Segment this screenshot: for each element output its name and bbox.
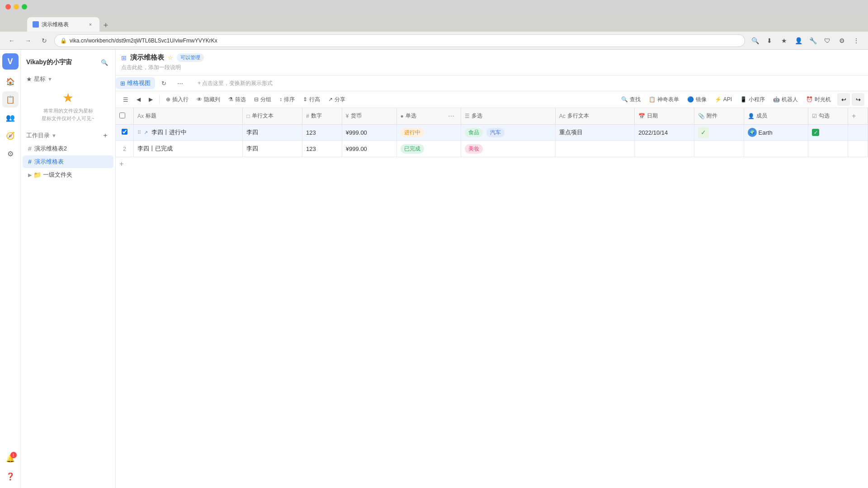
browser-profile-icon[interactable]: 👤: [792, 34, 805, 47]
row2-text-cell[interactable]: 李四: [243, 141, 302, 157]
th-num[interactable]: # 数字: [302, 108, 342, 124]
row1-currency-cell[interactable]: ¥999.00: [342, 124, 396, 141]
row2-single-cell[interactable]: 已完成: [396, 141, 461, 157]
select-all-checkbox[interactable]: [119, 113, 125, 118]
row2-multiselect-cell[interactable]: [808, 141, 848, 157]
hide-col-button[interactable]: 👁 隐藏列: [193, 94, 224, 105]
row1-multi-cell[interactable]: 食品 汽车: [461, 124, 555, 141]
row1-member-cell[interactable]: 🌍 Earth: [744, 124, 808, 141]
share-button[interactable]: ↗ 分享: [325, 94, 349, 105]
browser-extension3-icon[interactable]: ⚙: [835, 34, 848, 47]
th-title[interactable]: Ax 标题: [134, 108, 243, 124]
th-date[interactable]: 📅 日期: [635, 108, 694, 124]
sidebar-files-icon[interactable]: 📋: [2, 91, 19, 108]
workspace-search-button[interactable]: 🔍: [99, 57, 110, 68]
row1-multiselect-cell[interactable]: ✓: [808, 124, 848, 141]
address-bar[interactable]: 🔒 vika.cn/workbench/dst9m2qWTL6BLSvc1U/v…: [54, 34, 745, 47]
th-add-col[interactable]: +: [848, 108, 868, 124]
toolbar-icon-undo[interactable]: ↩: [837, 93, 850, 106]
toolbar-forward-button[interactable]: ▶: [145, 94, 156, 104]
browser-download-icon[interactable]: ⬇: [763, 34, 776, 47]
row1-text-cell[interactable]: 李四: [243, 124, 302, 141]
forward-button[interactable]: →: [22, 34, 34, 47]
group-button[interactable]: ⊟ 分组: [250, 94, 275, 105]
mirror-button[interactable]: 🔵 镜像: [684, 94, 710, 105]
row1-attach-cell[interactable]: ✓: [694, 124, 744, 141]
row2-currency-cell[interactable]: ¥999.00: [342, 141, 396, 157]
th-single[interactable]: ● 单选 ⋯: [396, 108, 461, 124]
new-tab-button[interactable]: +: [99, 19, 112, 32]
browser-tab-active[interactable]: 演示维格表 ×: [27, 17, 99, 32]
nav-item-folder[interactable]: ▶ 📁 一级文件夹: [23, 169, 113, 181]
browser-extension1-icon[interactable]: 🔧: [807, 34, 819, 47]
sort-button[interactable]: ↕ 排序: [276, 94, 298, 105]
th-multiselect[interactable]: ☑ 勾选: [808, 108, 848, 124]
notification-icon[interactable]: 🔔 1: [2, 450, 19, 466]
time-machine-button[interactable]: ⏰ 时光机: [802, 94, 835, 105]
row1-date-cell[interactable]: 2022/10/14: [635, 124, 694, 141]
close-window-button[interactable]: [5, 4, 11, 9]
magic-form-button[interactable]: 📋 神奇表单: [645, 94, 683, 105]
workdir-add-button[interactable]: +: [101, 131, 110, 140]
view-tab-sync[interactable]: ↻: [157, 78, 171, 89]
th-member[interactable]: 👤 成员: [744, 108, 808, 124]
browser-extension2-icon[interactable]: 🛡: [821, 34, 834, 47]
search-button[interactable]: 🔍 查找: [618, 94, 644, 105]
nav-item-sheet2[interactable]: # 演示维格表2: [23, 142, 113, 155]
th-single-more-icon[interactable]: ⋯: [448, 113, 457, 120]
th-checkbox[interactable]: [116, 108, 134, 124]
row2-date-cell[interactable]: [635, 141, 694, 157]
row1-num-cell[interactable]: 123: [302, 124, 342, 141]
help-icon[interactable]: ❓: [2, 468, 19, 484]
workdir-label[interactable]: 工作目录 ▼: [26, 131, 57, 140]
sidebar-settings-icon[interactable]: ⚙: [2, 145, 19, 162]
browser-bookmark-icon[interactable]: ★: [778, 34, 790, 47]
row1-title-cell[interactable]: ⠿ ↗ 李四丨进行中: [134, 124, 243, 141]
row1-expand-icon[interactable]: ↗: [144, 130, 148, 136]
sheet-star-button[interactable]: ☆: [168, 54, 173, 61]
row-height-button[interactable]: ⇕ 行高: [299, 94, 324, 105]
api-button[interactable]: ⚡ API: [711, 94, 736, 104]
browser-menu-icon[interactable]: ⋮: [850, 34, 863, 47]
sidebar-explore-icon[interactable]: 🧭: [2, 127, 19, 144]
th-multitext[interactable]: Ac 多行文本: [555, 108, 635, 124]
filter-button[interactable]: ⚗ 筛选: [225, 94, 250, 105]
row1-multitext-cell[interactable]: 重点项目: [555, 124, 635, 141]
nav-item-sheet1[interactable]: # 演示维格表: [23, 155, 113, 168]
th-currency[interactable]: ¥ 货币: [342, 108, 396, 124]
th-attach[interactable]: 📎 附件: [694, 108, 744, 124]
add-row-button[interactable]: +: [116, 157, 868, 171]
bot-icon[interactable]: 🤖: [2, 486, 19, 488]
row1-checkbox-cell[interactable]: [116, 124, 134, 141]
tab-close-button[interactable]: ×: [87, 21, 94, 28]
robot-button[interactable]: 🤖 机器人: [769, 94, 802, 105]
sheet-subtitle[interactable]: 点击此处，添加一段说明: [121, 64, 863, 73]
collapse-button[interactable]: ☰: [119, 93, 132, 106]
row1-checkbox[interactable]: [122, 129, 127, 135]
browser-search-icon[interactable]: 🔍: [749, 34, 761, 47]
view-tab-grid[interactable]: ⊞ 维格视图: [116, 77, 155, 89]
row2-title-cell[interactable]: 李四丨已完成: [134, 141, 243, 157]
row2-multi-cell[interactable]: 美妆: [461, 141, 555, 157]
add-column-icon[interactable]: +: [852, 112, 856, 120]
reload-button[interactable]: ↻: [38, 34, 51, 47]
th-multi[interactable]: ☰ 多选: [461, 108, 555, 124]
row2-multitext-cell[interactable]: [555, 141, 635, 157]
row1-single-cell[interactable]: 进行中: [396, 124, 461, 141]
th-text[interactable]: □ 单行文本: [243, 108, 302, 124]
row2-attach-cell[interactable]: [694, 141, 744, 157]
row2-member-cell[interactable]: [744, 141, 808, 157]
insert-row-button[interactable]: ⊕ 插入行: [162, 94, 192, 105]
toolbar-back-button[interactable]: ◀: [133, 94, 144, 104]
back-button[interactable]: ←: [5, 34, 18, 47]
mini-program-button[interactable]: 📱 小程序: [736, 94, 769, 105]
row2-num-cell[interactable]: 123: [302, 141, 342, 157]
starred-header[interactable]: ★ 星标 ▼: [26, 73, 110, 85]
fullscreen-window-button[interactable]: [22, 4, 27, 9]
minimize-window-button[interactable]: [14, 4, 19, 9]
sidebar-team-icon[interactable]: 👥: [2, 109, 19, 126]
row2-checkbox-cell[interactable]: 2: [116, 141, 134, 157]
view-tab-more[interactable]: ⋯: [173, 78, 188, 89]
sidebar-home-icon[interactable]: 🏠: [2, 73, 19, 89]
toolbar-icon-redo[interactable]: ↪: [852, 93, 864, 106]
